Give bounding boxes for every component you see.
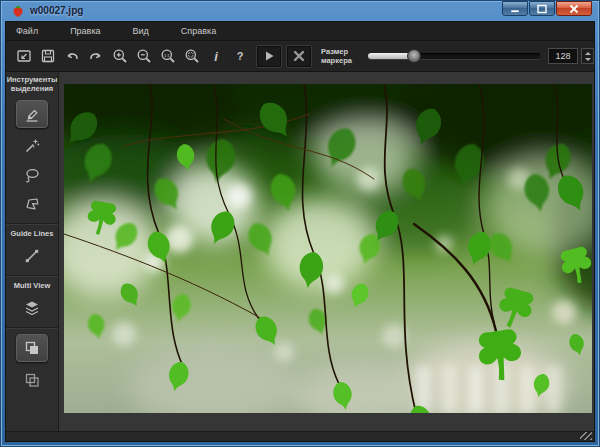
app-surface: Файл Правка Вид Справка xyxy=(5,21,595,442)
titlebar[interactable]: w00027.jpg xyxy=(5,0,595,21)
sidebar-divider xyxy=(6,327,58,329)
app-strawberry-icon xyxy=(11,4,25,18)
zoom-actual-icon: 1:1 xyxy=(160,48,176,64)
cancel-button[interactable] xyxy=(286,45,312,68)
marker-pen-icon xyxy=(23,105,41,123)
maximize-icon xyxy=(536,4,548,14)
status-strip xyxy=(6,431,594,441)
marker-size-value[interactable]: 128 xyxy=(548,48,578,64)
zoom-actual-button[interactable]: 1:1 xyxy=(156,44,180,68)
layers-icon xyxy=(23,299,41,317)
help-icon: ? xyxy=(232,48,248,64)
zoom-in-button[interactable] xyxy=(108,44,132,68)
save-button[interactable] xyxy=(36,44,60,68)
marker-tool-selected[interactable] xyxy=(16,100,48,128)
save-icon xyxy=(40,48,56,64)
zoom-fit-icon xyxy=(184,48,200,64)
polygon-lasso-tool[interactable] xyxy=(19,193,45,215)
zoom-in-icon xyxy=(112,48,128,64)
multi-view-header: Multi View xyxy=(14,281,51,290)
toolbar: 1:1 i ? xyxy=(6,41,594,72)
info-button[interactable]: i xyxy=(204,44,228,68)
selection-tools-header: Инструменты выделения xyxy=(6,75,58,93)
undo-button[interactable] xyxy=(60,44,84,68)
guide-line-tool[interactable] xyxy=(19,245,45,267)
layers-tool[interactable] xyxy=(19,297,45,319)
magic-wand-tool[interactable] xyxy=(19,135,45,157)
zoom-fit-button[interactable] xyxy=(180,44,204,68)
apply-button[interactable] xyxy=(256,45,282,68)
play-icon xyxy=(261,48,277,64)
sidebar-divider xyxy=(6,275,58,277)
svg-text:?: ? xyxy=(237,50,244,62)
lasso-icon xyxy=(23,166,41,184)
close-button[interactable] xyxy=(556,1,592,16)
editor-canvas[interactable] xyxy=(59,72,594,431)
photo-image[interactable] xyxy=(64,84,592,413)
svg-text:i: i xyxy=(214,49,218,64)
menu-edit[interactable]: Правка xyxy=(70,26,100,36)
marker-size-label: Размер маркера xyxy=(321,47,363,65)
marker-size-spinner[interactable] xyxy=(581,48,594,64)
spin-up-icon[interactable] xyxy=(585,52,591,55)
guide-line-icon xyxy=(23,247,41,265)
lasso-tool[interactable] xyxy=(19,164,45,186)
polygon-lasso-icon xyxy=(23,195,41,213)
undo-icon xyxy=(64,48,80,64)
menu-file[interactable]: Файл xyxy=(16,26,38,36)
marker-size-group: Размер маркера 128 xyxy=(321,47,594,65)
open-file-button[interactable] xyxy=(12,44,36,68)
zoom-out-icon xyxy=(136,48,152,64)
slider-handle[interactable] xyxy=(407,49,421,63)
close-icon xyxy=(568,4,580,14)
spin-down-icon[interactable] xyxy=(585,58,591,61)
sidebar-divider xyxy=(6,223,58,225)
help-button[interactable]: ? xyxy=(228,44,252,68)
main-body: Инструменты выделения xyxy=(6,72,594,431)
menubar: Файл Правка Вид Справка xyxy=(6,22,594,41)
multi-view-cascade-selected[interactable] xyxy=(16,334,48,362)
menu-help[interactable]: Справка xyxy=(181,26,216,36)
minimize-icon xyxy=(509,4,521,13)
info-icon: i xyxy=(208,48,224,64)
redo-button[interactable] xyxy=(84,44,108,68)
cascade-windows-icon xyxy=(23,339,41,357)
cascade-windows-outline-icon xyxy=(23,371,41,389)
app-window: w00027.jpg Файл Правка Вид Справка xyxy=(0,0,600,447)
multi-view-single-tool[interactable] xyxy=(19,369,45,391)
x-icon xyxy=(291,48,307,64)
resize-grip-icon[interactable] xyxy=(580,432,592,440)
marker-size-slider[interactable] xyxy=(368,50,540,62)
window-controls xyxy=(502,1,592,16)
redo-icon xyxy=(88,48,104,64)
tools-sidebar: Инструменты выделения xyxy=(6,72,59,431)
guide-lines-header: Guide Lines xyxy=(11,229,54,238)
zoom-out-button[interactable] xyxy=(132,44,156,68)
maximize-button[interactable] xyxy=(529,1,555,16)
svg-text:1:1: 1:1 xyxy=(164,53,170,58)
magic-wand-icon xyxy=(23,137,41,155)
menu-view[interactable]: Вид xyxy=(133,26,149,36)
window-title: w00027.jpg xyxy=(30,5,502,16)
minimize-button[interactable] xyxy=(502,1,528,16)
open-file-icon xyxy=(16,48,32,64)
